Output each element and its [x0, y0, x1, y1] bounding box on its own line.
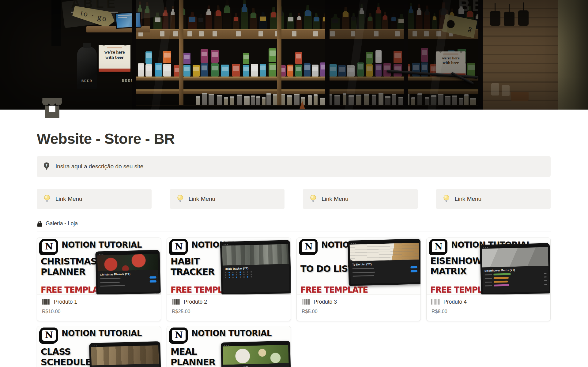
door-frame: [51, 0, 61, 46]
bulb-icon: [177, 195, 184, 203]
product-name[interactable]: Produto 3: [314, 299, 337, 305]
hanging-bag: [518, 10, 529, 26]
gallery-card[interactable]: NNOTION TUTORIALTo Do List (YT)TO DO LIS…: [296, 238, 421, 321]
gallery-card[interactable]: NNOTION TUTORIALClass Schedule (YT)CLASS…: [37, 326, 161, 367]
hanging-bag: [490, 11, 500, 26]
gallery-card[interactable]: NNOTION TUTORIALChristmas Planner (YT)CH…: [37, 238, 161, 321]
laptop-screenshot: Habit Tracker (YT): [220, 240, 291, 295]
gallery-card[interactable]: NNOTION TUTORIALEisenhower Matrix (YT)EI…: [426, 238, 551, 321]
link-menu-item[interactable]: Link Menu: [436, 189, 551, 209]
notion-logo-icon: N: [170, 328, 188, 343]
barcode-icon: [432, 299, 440, 305]
link-menu-item[interactable]: Link Menu: [37, 189, 152, 209]
link-menu-label: Link Menu: [455, 196, 482, 202]
screenshot-photo: [97, 254, 158, 272]
description-callout[interactable]: T Insira aqui a descrição do seu site: [37, 156, 551, 177]
page-title[interactable]: Website - Store - BR: [37, 130, 551, 148]
storefront-icon: [41, 96, 63, 119]
right-wall: [558, 0, 588, 110]
laptop-screenshot: Christmas Planner (YT): [95, 250, 161, 295]
gallery-card[interactable]: NNOTION TUTORIALHabit Tracker (YT)HABITT…: [167, 238, 291, 321]
product-thumbnail: NNOTION TUTORIALEisenhower Matrix (YT)EI…: [427, 238, 550, 295]
link-menu-item[interactable]: Link Menu: [303, 189, 418, 209]
link-menu-row: Link MenuLink MenuLink MenuLink Menu: [37, 189, 551, 209]
we-are-here-sign-left: we're here with beer: [99, 45, 130, 72]
screenshot-photo: [223, 345, 288, 365]
bulb-icon: [310, 195, 317, 203]
thumb-brand-text: NOTION TUTORIAL: [62, 329, 142, 338]
screenshot-title-text: Christmas Planner (YT): [100, 272, 156, 276]
product-thumbnail: NNOTION TUTORIALMeal Planner (YT)MEALPLA…: [167, 326, 291, 367]
screenshot-title-text: Eisenhower Matrix (YT): [484, 268, 546, 272]
notion-logo-icon: N: [40, 328, 58, 343]
notion-logo-letter: N: [305, 242, 313, 251]
snack-bag: [491, 83, 499, 95]
notion-logo-letter: N: [435, 242, 443, 251]
notion-logo-letter: N: [45, 331, 53, 339]
thumb-title-text: MEALPLANNER: [171, 346, 215, 367]
laptop-screenshot: Eisenhower Matrix (YT): [480, 243, 550, 295]
gallery-divider: [37, 231, 551, 231]
product-price: R$8.00: [432, 309, 545, 314]
callout-text: Insira aqui a descrição do seu site: [55, 163, 143, 170]
product-thumbnail: NNOTION TUTORIALChristmas Planner (YT)CH…: [37, 238, 161, 295]
product-thumbnail: NNOTION TUTORIALHabit Tracker (YT)HABITT…: [167, 238, 291, 295]
link-menu-label: Link Menu: [322, 196, 349, 202]
product-price: R$10.00: [42, 309, 156, 314]
thumb-title-text: CLASSSCHEDULE: [41, 346, 91, 367]
product-thumbnail: NNOTION TUTORIALTo Do List (YT)TO DO LIS…: [297, 238, 420, 295]
orange-cone: [300, 101, 305, 109]
thumb-title-text: TO DO LIST: [300, 264, 353, 274]
thumb-brand-text: NOTION TUTORIAL: [62, 240, 142, 249]
gallery-header: Galeria - Loja: [37, 219, 551, 228]
screenshot-title-text: Meal Planner (YT): [225, 365, 287, 367]
product-name[interactable]: Produto 4: [443, 299, 467, 305]
notion-logo-letter: N: [45, 242, 53, 251]
barcode-icon: [302, 299, 310, 305]
thumb-brand-text: NOTION TUTORIAL: [191, 329, 272, 338]
link-menu-label: Link Menu: [189, 196, 216, 202]
cover-image: ABLE to · go BEER we're here with beer B…: [0, 0, 588, 110]
bulb-icon: [443, 195, 450, 203]
screenshot-title-text: To Do List (YT): [352, 261, 417, 266]
bulb-icon: [43, 195, 51, 203]
notion-logo-icon: N: [430, 239, 447, 254]
notion-logo-icon: N: [40, 239, 58, 254]
notion-logo-letter: N: [175, 242, 183, 251]
growler-label: BEER: [81, 79, 92, 83]
screenshot-title-text: Class Schedule (YT): [94, 365, 157, 367]
barcode-icon: [172, 299, 180, 305]
gallery-title[interactable]: Galeria - Loja: [46, 220, 78, 227]
screenshot-photo: [482, 247, 548, 268]
basket: [511, 92, 529, 101]
svg-text:T: T: [46, 163, 48, 167]
barcode-icon: [42, 299, 50, 305]
screenshot-photo: [349, 243, 419, 261]
screenshot-photo: [222, 244, 289, 266]
notion-logo-letter: N: [175, 331, 183, 339]
free-template-badge: FREE TEMPLATE: [300, 285, 368, 294]
hanging-bag: [504, 12, 514, 26]
notion-logo-icon: N: [170, 239, 188, 254]
thumb-title-text: CHRISTMASPLANNER: [41, 256, 97, 277]
gallery-card[interactable]: NNOTION TUTORIALMeal Planner (YT)MEALPLA…: [167, 326, 291, 367]
product-price: R$25.00: [172, 309, 286, 314]
laptop-screenshot: Meal Planner (YT): [221, 341, 291, 367]
page-icon-storefront[interactable]: [41, 96, 63, 119]
screenshot-title-text: Habit Tracker (YT): [225, 266, 287, 271]
pos-terminal-screen: [115, 12, 142, 29]
notion-logo-icon: N: [300, 239, 318, 254]
sign-text: we're here with beer: [99, 50, 130, 60]
product-name[interactable]: Produto 2: [184, 299, 207, 305]
product-price: R$5.00: [302, 309, 416, 314]
product-name[interactable]: Produto 1: [54, 299, 77, 305]
link-menu-item[interactable]: Link Menu: [170, 189, 285, 209]
snack-bag: [502, 85, 510, 96]
bulb-t-icon: T: [43, 162, 50, 171]
gallery-grid: NNOTION TUTORIALChristmas Planner (YT)CH…: [37, 238, 551, 367]
shopping-bag-icon: [37, 220, 43, 227]
thumb-title-text: HABITTRACKER: [171, 256, 214, 277]
screenshot-photo: [91, 345, 159, 365]
link-menu-label: Link Menu: [55, 196, 82, 202]
laptop-screenshot: To Do List (YT): [348, 239, 420, 286]
